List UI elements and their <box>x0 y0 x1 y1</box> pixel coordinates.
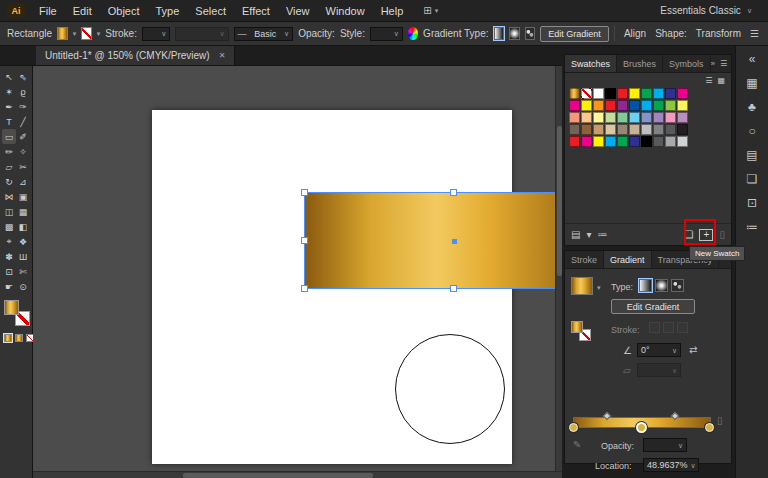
menu-help[interactable]: Help <box>373 5 412 17</box>
selection-handle[interactable] <box>301 237 308 244</box>
swatch-color[interactable] <box>677 136 688 147</box>
linear-gradient-icon[interactable] <box>639 279 652 292</box>
radial-gradient-icon[interactable] <box>509 27 520 40</box>
linear-gradient-icon[interactable] <box>494 27 505 40</box>
menu-select[interactable]: Select <box>187 5 234 17</box>
swatch-color[interactable] <box>641 112 652 123</box>
color-mode-button[interactable] <box>4 334 12 342</box>
tool-blend[interactable]: ❖ <box>16 234 30 249</box>
tool-pen[interactable]: ✒ <box>2 99 16 114</box>
layers-panel-icon[interactable]: ❏ <box>747 173 758 185</box>
radial-gradient-icon[interactable] <box>655 279 668 292</box>
tool-lasso[interactable]: ϱ <box>16 84 30 99</box>
tool-gradient[interactable]: ◧ <box>16 219 30 234</box>
gradient-midpoint[interactable] <box>671 412 679 420</box>
swatch-color[interactable] <box>665 136 676 147</box>
artboards-panel-icon[interactable]: ⊡ <box>747 197 757 209</box>
opacity-select[interactable]: ∨ <box>643 438 687 452</box>
swatch-options-icon[interactable]: ≔ <box>597 230 607 240</box>
swatch-color[interactable] <box>617 136 628 147</box>
tool-direct-selection[interactable]: ⇖ <box>16 69 30 84</box>
libraries-panel-icon[interactable]: ▤ <box>746 149 757 161</box>
swatch-color[interactable] <box>581 124 592 135</box>
swatch-color[interactable] <box>665 112 676 123</box>
aspect-ratio-select[interactable]: ∨ <box>637 363 681 377</box>
swatch-color[interactable] <box>605 88 616 99</box>
swatch-color[interactable] <box>653 136 664 147</box>
workspace-switcher[interactable]: Essentials Classic <box>660 5 741 16</box>
tool-line-segment[interactable]: ╱ <box>16 114 30 129</box>
menu-type[interactable]: Type <box>148 5 188 17</box>
swatch-color[interactable] <box>617 124 628 135</box>
delete-swatch-icon[interactable]: ▯ <box>719 230 725 240</box>
tab-gradient[interactable]: Gradient <box>604 251 652 268</box>
location-select[interactable]: 48.9637%∨ <box>643 458 699 472</box>
fill-stroke-toggle[interactable] <box>571 321 591 341</box>
swatch-color[interactable] <box>641 88 652 99</box>
tab-stroke[interactable]: Stroke <box>565 251 604 268</box>
swatch-color[interactable] <box>677 100 688 111</box>
control-panel-menu-icon[interactable]: ☰ <box>750 29 759 39</box>
scrollbar-thumb[interactable] <box>183 473 373 478</box>
swatch-color[interactable] <box>605 112 616 123</box>
swatch-color[interactable] <box>629 124 640 135</box>
app-logo-icon[interactable]: Ai <box>7 3 25 18</box>
menu-view[interactable]: View <box>278 5 318 17</box>
tool-rotate[interactable]: ↻ <box>2 174 16 189</box>
swatch-color[interactable] <box>605 100 616 111</box>
swatch-color[interactable] <box>593 124 604 135</box>
center-point[interactable] <box>452 239 457 244</box>
gradient-slider[interactable] <box>573 417 711 428</box>
tool-paintbrush[interactable]: ✐ <box>16 129 30 144</box>
edit-stop-icon[interactable]: ✎ <box>573 440 581 450</box>
swatch-color[interactable] <box>665 124 676 135</box>
tool-mesh[interactable]: ▩ <box>2 219 16 234</box>
menu-file[interactable]: File <box>31 5 65 17</box>
tool-zoom[interactable]: ⊙ <box>16 279 30 294</box>
swatch-color[interactable] <box>593 100 604 111</box>
tool-eyedropper[interactable]: ⌖ <box>2 234 16 249</box>
transform-label[interactable]: Transform <box>696 28 741 39</box>
fill-swatch[interactable] <box>4 300 19 315</box>
swatch-color[interactable] <box>677 88 688 99</box>
stroke-along-icon[interactable] <box>663 322 674 333</box>
tool-column-graph[interactable]: Ш <box>16 249 30 264</box>
selection-handle[interactable] <box>450 285 457 292</box>
swatch-color[interactable] <box>629 136 640 147</box>
stroke-profile-select[interactable]: ∨ <box>175 27 228 41</box>
recolor-artwork-icon[interactable] <box>408 27 418 40</box>
tool-rectangle[interactable]: ▭ <box>2 129 16 144</box>
swatch-none[interactable] <box>581 88 592 99</box>
color-panel-icon[interactable]: ▦ <box>746 77 757 89</box>
color-guide-panel-icon[interactable]: ○ <box>748 125 755 137</box>
selection-handle[interactable] <box>301 285 308 292</box>
arrange-documents-icon[interactable]: ⊞ <box>423 5 431 16</box>
tab-swatches[interactable]: Swatches <box>565 55 617 72</box>
swatch-color[interactable] <box>569 124 580 135</box>
freeform-gradient-icon[interactable] <box>671 279 684 292</box>
swatch-color[interactable] <box>665 100 676 111</box>
selection-handle[interactable] <box>301 189 308 196</box>
tool-eraser[interactable]: ▱ <box>2 159 16 174</box>
gradient-stop[interactable] <box>569 423 578 432</box>
edit-gradient-button[interactable]: Edit Gradient <box>540 26 609 42</box>
tool-symbol-sprayer[interactable]: ✽ <box>2 249 16 264</box>
swatch-color[interactable] <box>581 136 592 147</box>
menu-object[interactable]: Object <box>100 5 148 17</box>
swatch-color[interactable] <box>629 112 640 123</box>
gradient-stop[interactable] <box>636 422 647 433</box>
swatch-color[interactable] <box>641 124 652 135</box>
list-view-icon[interactable]: ☰ <box>705 76 712 85</box>
tool-width[interactable]: ⋈ <box>2 189 16 204</box>
tool-shape-builder[interactable]: ◫ <box>2 204 16 219</box>
swatch-color[interactable] <box>617 88 628 99</box>
tool-selection[interactable]: ↖ <box>2 69 16 84</box>
tool-scale[interactable]: ⊿ <box>16 174 30 189</box>
swatch-color[interactable] <box>605 124 616 135</box>
gradient-midpoint[interactable] <box>603 412 611 420</box>
canvas[interactable] <box>33 66 562 478</box>
tool-artboard[interactable]: ⊡ <box>2 264 16 279</box>
menu-edit[interactable]: Edit <box>65 5 100 17</box>
swatch-color[interactable] <box>605 136 616 147</box>
vertical-scrollbar[interactable] <box>555 66 562 478</box>
